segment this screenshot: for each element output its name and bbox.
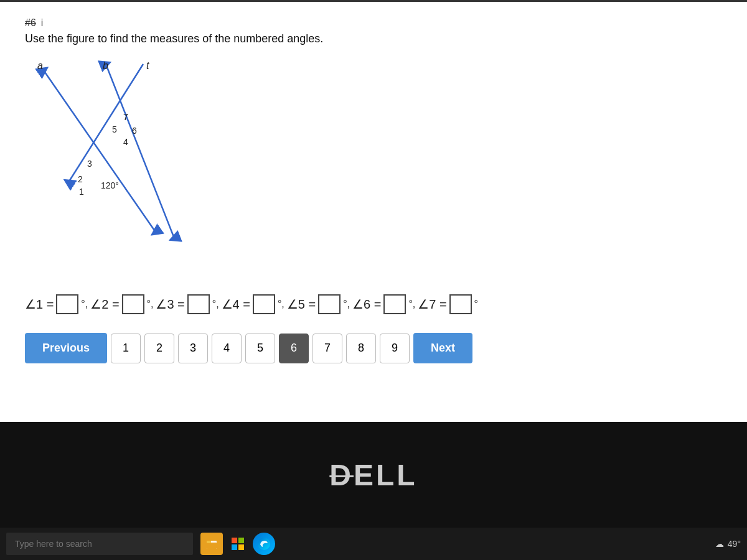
edge-icon[interactable] xyxy=(253,533,275,555)
svg-rect-8 xyxy=(232,544,237,550)
angle-2-label: 2 xyxy=(78,174,83,184)
figure-area: a b t 7 5 6 4 3 2 120° 1 xyxy=(31,58,230,282)
answer-box-1[interactable] xyxy=(56,294,78,314)
degree2: °, xyxy=(147,299,154,310)
taskbar: ☁ 49° xyxy=(0,528,747,560)
angle-3-label: 3 xyxy=(87,159,92,169)
page-btn-2[interactable]: 2 xyxy=(144,334,174,363)
angle-4-label: 4 xyxy=(123,137,128,147)
angle6-label: ∠6 = xyxy=(352,297,381,312)
line-b-label: b xyxy=(103,60,108,71)
answer-box-4[interactable] xyxy=(253,294,275,314)
dell-letter-d: D xyxy=(329,459,354,492)
geometry-figure: a b t 7 5 6 4 3 2 120° 1 xyxy=(31,58,230,282)
degree3: °, xyxy=(212,299,219,310)
degree7: ° xyxy=(474,299,478,310)
degree4: °, xyxy=(278,299,284,310)
previous-button[interactable]: Previous xyxy=(25,333,107,363)
page-btn-6[interactable]: 6 xyxy=(279,334,309,363)
main-content: #6 i Use the figure to find the measures… xyxy=(0,0,747,423)
problem-number: #6 xyxy=(25,17,36,29)
info-icon: i xyxy=(41,17,44,29)
angle7-label: ∠7 = xyxy=(418,297,446,312)
angle-6-label: 6 xyxy=(132,126,137,136)
angle-5-label: 5 xyxy=(112,124,117,134)
angle4-label: ∠4 = xyxy=(222,297,250,312)
angle1-label: ∠1 = xyxy=(25,297,54,312)
page-btn-3[interactable]: 3 xyxy=(178,334,208,363)
problem-title: Use the figure to find the measures of t… xyxy=(25,32,722,45)
answer-box-2[interactable] xyxy=(122,294,144,314)
weather-temp: 49° xyxy=(728,539,741,549)
line-t-label: t xyxy=(146,60,149,71)
degree1: °, xyxy=(81,299,88,310)
next-button[interactable]: Next xyxy=(413,333,472,363)
search-input[interactable] xyxy=(6,533,193,555)
taskbar-icons xyxy=(200,533,275,555)
windows-icon[interactable] xyxy=(227,533,249,555)
weather-icon: ☁ xyxy=(715,539,724,549)
answer-box-6[interactable] xyxy=(383,294,406,314)
svg-point-10 xyxy=(258,538,270,550)
svg-line-0 xyxy=(44,70,156,232)
degree5: °, xyxy=(343,299,350,310)
page-btn-7[interactable]: 7 xyxy=(312,334,342,363)
angle-120-label: 120° xyxy=(101,180,119,190)
line-a-label: a xyxy=(37,60,43,71)
bottom-bezel: DELL xyxy=(0,422,747,528)
svg-rect-5 xyxy=(207,541,211,543)
degree6: °, xyxy=(408,299,415,310)
answer-box-3[interactable] xyxy=(187,294,210,314)
dell-logo: DELL xyxy=(329,458,417,492)
svg-line-1 xyxy=(106,64,174,238)
angle3-label: ∠3 = xyxy=(156,297,184,312)
page-btn-8[interactable]: 8 xyxy=(346,334,376,363)
page-btn-1[interactable]: 1 xyxy=(111,334,141,363)
dell-letters-ell: ELL xyxy=(354,459,418,492)
angle5-label: ∠5 = xyxy=(287,297,316,312)
angle2-label: ∠2 = xyxy=(90,297,119,312)
nav-row: Previous 1 2 3 4 5 6 7 8 9 Next xyxy=(25,333,722,363)
svg-rect-7 xyxy=(238,538,244,543)
svg-rect-4 xyxy=(207,543,217,549)
page-btn-5[interactable]: 5 xyxy=(245,334,275,363)
answer-row: ∠1 = °, ∠2 = °, ∠3 = °, ∠4 = °, ∠5 = °, … xyxy=(25,294,722,314)
angle-1-label: 1 xyxy=(79,187,84,197)
page-btn-4[interactable]: 4 xyxy=(212,334,242,363)
top-separator xyxy=(0,0,747,2)
page-btn-9[interactable]: 9 xyxy=(380,334,410,363)
weather-area: ☁ 49° xyxy=(715,539,741,549)
svg-rect-9 xyxy=(238,544,244,550)
angle-7-label: 7 xyxy=(123,112,128,122)
svg-rect-6 xyxy=(232,538,237,543)
answer-box-7[interactable] xyxy=(449,294,472,314)
answer-box-5[interactable] xyxy=(318,294,341,314)
file-explorer-icon[interactable] xyxy=(200,533,223,555)
